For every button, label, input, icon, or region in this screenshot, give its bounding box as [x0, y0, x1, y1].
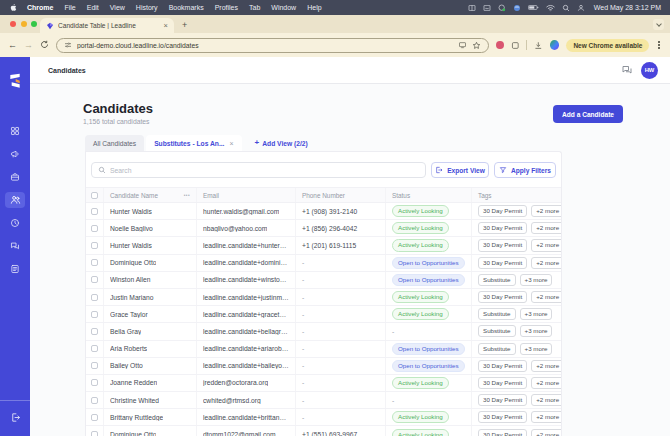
menubar-item-help[interactable]: Help	[307, 4, 321, 11]
row-checkbox[interactable]	[86, 358, 103, 374]
menubar-clock[interactable]: Wed May 28 3:12 PM	[594, 4, 661, 11]
bookmark-star-icon[interactable]	[472, 41, 481, 50]
select-all-checkbox[interactable]	[86, 188, 103, 202]
tag-chip[interactable]: 30 Day Permit	[478, 239, 527, 251]
export-view-button[interactable]: Export View	[431, 162, 489, 178]
browser-profile-avatar[interactable]	[550, 40, 560, 50]
tag-chip[interactable]: 30 Day Permit	[478, 205, 527, 217]
tag-chip[interactable]: +2 more	[531, 291, 561, 303]
sidebar-item-jobs[interactable]	[5, 169, 25, 185]
column-header-phone[interactable]: Phone Number	[295, 188, 385, 202]
minimize-window-button[interactable]	[21, 21, 27, 27]
tag-chip[interactable]: +2 more	[531, 239, 561, 251]
chrome-update-button[interactable]: New Chrome available	[566, 39, 649, 52]
sidebar-item-candidates[interactable]	[5, 192, 25, 208]
tag-chip[interactable]: +3 more	[520, 308, 553, 320]
download-icon[interactable]	[534, 41, 543, 50]
browser-tab[interactable]: Candidate Table | Leadline ×	[40, 18, 174, 33]
tab-close-icon[interactable]: ×	[164, 22, 168, 30]
row-checkbox[interactable]	[86, 272, 103, 288]
table-row[interactable]: Dominique Ottodtomm1022@gmail.com+1 (551…	[86, 426, 561, 436]
wifi-icon[interactable]	[546, 4, 555, 12]
tag-chip[interactable]: +2 more	[531, 205, 561, 217]
reload-button[interactable]	[40, 40, 49, 51]
table-row[interactable]: Christine Whitedcwhited@rtmsd.org--30 Da…	[86, 392, 561, 409]
tag-chip[interactable]: +2 more	[531, 394, 561, 406]
zoom-window-button[interactable]	[31, 21, 37, 27]
messages-icon[interactable]	[621, 64, 633, 76]
row-checkbox[interactable]	[86, 220, 103, 236]
table-row[interactable]: Justin Marianoleadline.candidate+justinm…	[86, 289, 561, 306]
table-row[interactable]: Bailey Ottoleadline.candidate+baileyotto…	[86, 358, 561, 375]
row-checkbox[interactable]	[86, 255, 103, 271]
menubar-item-edit[interactable]: Edit	[87, 4, 99, 11]
column-header-email[interactable]: Email	[196, 188, 295, 202]
row-checkbox[interactable]	[86, 237, 103, 253]
sidebar-item-lists[interactable]	[5, 261, 25, 277]
menubar-item-file[interactable]: File	[64, 4, 75, 11]
tag-chip[interactable]: 30 Day Permit	[478, 360, 527, 372]
blue-app-icon[interactable]	[513, 4, 521, 12]
tag-chip[interactable]: Substitute	[478, 343, 516, 355]
menubar-item-chrome[interactable]: Chrome	[27, 4, 53, 11]
row-checkbox[interactable]	[86, 306, 103, 322]
search-box[interactable]	[91, 162, 426, 178]
view-tab[interactable]: All Candidates	[85, 135, 144, 151]
table-row[interactable]: Dominique Ottoleadline.candidate+dominiq…	[86, 255, 561, 272]
tag-chip[interactable]: +2 more	[531, 222, 561, 234]
tag-chip[interactable]: Substitute	[478, 325, 516, 337]
row-checkbox[interactable]	[86, 203, 103, 219]
table-row[interactable]: Joanne Reddenjredden@octorara.org-Active…	[86, 375, 561, 392]
tag-chip[interactable]: +2 more	[531, 360, 561, 372]
table-row[interactable]: Hunter Waldisleadline.candidate+hunterwa…	[86, 237, 561, 254]
tab-search-button[interactable]	[653, 19, 664, 30]
green-app-icon[interactable]	[498, 4, 506, 12]
battery-icon[interactable]	[528, 4, 539, 11]
sidebar-item-logout[interactable]	[5, 409, 25, 425]
table-row[interactable]: Hunter Waldishunter.waldis@gmail.com+1 (…	[86, 203, 561, 220]
apple-menu-icon[interactable]	[9, 3, 17, 12]
new-tab-button[interactable]: +	[182, 19, 187, 31]
row-checkbox[interactable]	[86, 323, 103, 339]
row-checkbox[interactable]	[86, 392, 103, 408]
tile-window-icon[interactable]	[468, 4, 476, 12]
tag-chip[interactable]: 30 Day Permit	[478, 377, 527, 389]
tag-chip[interactable]: 30 Day Permit	[478, 411, 527, 423]
back-button[interactable]: ←	[8, 41, 17, 50]
column-menu-icon[interactable]: •••	[184, 193, 190, 198]
tag-chip[interactable]: 30 Day Permit	[478, 291, 527, 303]
row-checkbox[interactable]	[86, 289, 103, 305]
url-bar[interactable]: portal-demo.cloud.leadline.io/candidates	[56, 38, 489, 53]
tag-chip[interactable]: +2 more	[531, 377, 561, 389]
menubar-item-history[interactable]: History	[136, 4, 158, 11]
apply-filters-button[interactable]: Apply Filters	[494, 162, 556, 178]
table-row[interactable]: Aria Robertsleadline.candidate+ariarober…	[86, 341, 561, 358]
url-text[interactable]: portal-demo.cloud.leadline.io/candidates	[77, 42, 453, 49]
input-source-icon[interactable]	[483, 4, 491, 12]
sidebar-item-dashboard[interactable]	[5, 123, 25, 139]
table-row[interactable]: Winston Allenleadline.candidate+winstona…	[86, 272, 561, 289]
row-checkbox[interactable]	[86, 409, 103, 425]
menubar-item-bookmarks[interactable]: Bookmarks	[169, 4, 204, 11]
menubar-item-profiles[interactable]: Profiles	[215, 4, 238, 11]
table-row[interactable]: Noelle Baglivonbaglivo@yahoo.com+1 (856)…	[86, 220, 561, 237]
tag-chip[interactable]: +3 more	[520, 343, 553, 355]
table-row[interactable]: Brittany Ruttledgeleadline.candidate+bri…	[86, 409, 561, 426]
spotlight-icon[interactable]	[562, 4, 570, 12]
tag-chip[interactable]: 30 Day Permit	[478, 222, 527, 234]
tag-chip[interactable]: Substitute	[478, 274, 516, 286]
view-tab[interactable]: Substitutes - Los An...×	[146, 135, 241, 151]
row-checkbox[interactable]	[86, 341, 103, 357]
add-candidate-button[interactable]: Add a Candidate	[553, 105, 623, 123]
tag-chip[interactable]: +2 more	[531, 411, 561, 423]
tag-chip[interactable]: +2 more	[531, 429, 561, 436]
menubar-item-tab[interactable]: Tab	[249, 4, 260, 11]
tag-chip[interactable]: 30 Day Permit	[478, 257, 527, 269]
tag-chip[interactable]: Substitute	[478, 308, 516, 320]
menubar-item-view[interactable]: View	[110, 4, 125, 11]
column-header-tags[interactable]: Tags	[471, 188, 561, 202]
tab-capture-icon[interactable]	[458, 41, 467, 49]
tag-chip[interactable]: +3 more	[520, 274, 553, 286]
table-row[interactable]: Bella Grayleadline.candidate+bellagray@g…	[86, 323, 561, 340]
sidebar-item-messages[interactable]	[5, 238, 25, 254]
